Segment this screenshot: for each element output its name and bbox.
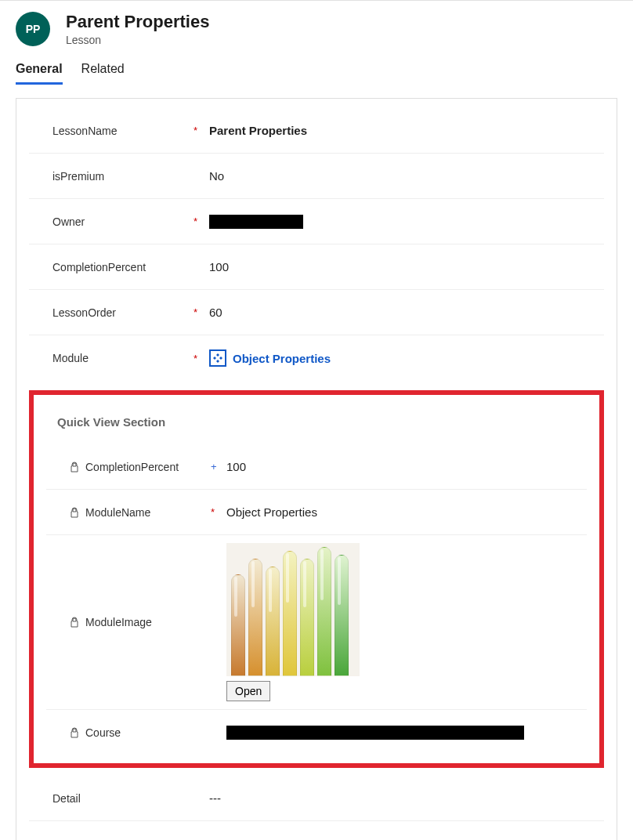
- required-mark: *: [194, 353, 209, 364]
- lock-icon: [70, 727, 79, 738]
- field-value: Object Properties: [209, 349, 581, 367]
- field-value: Open: [226, 535, 563, 709]
- lock-icon: [70, 462, 79, 472]
- open-image-button[interactable]: Open: [226, 681, 270, 701]
- required-mark: *: [194, 125, 209, 136]
- qv-module-name: ModuleName * Object Properties: [46, 490, 587, 535]
- field-value: ---: [209, 791, 581, 805]
- field-label: Detail: [52, 792, 194, 805]
- field-value: No: [209, 169, 581, 183]
- field-label: LessonName: [52, 125, 194, 137]
- field-label: CompletionPercent: [52, 261, 194, 273]
- form-panel: LessonName * Parent Properties isPremium…: [16, 98, 617, 840]
- redacted-value: [209, 215, 303, 229]
- field-value: 100: [209, 260, 581, 273]
- module-link-text: Object Properties: [233, 352, 331, 365]
- field-value: [226, 726, 563, 740]
- field-value: [209, 215, 581, 229]
- lock-icon: [70, 617, 79, 628]
- qv-completion-percent: CompletionPercent + 100: [46, 444, 587, 490]
- lock-icon: [70, 507, 79, 518]
- page-title: Parent Properties: [66, 12, 209, 32]
- quick-view-title: Quick View Section: [34, 403, 599, 444]
- required-mark: *: [194, 306, 209, 318]
- field-label: LessonOrder: [52, 306, 194, 319]
- required-mark: *: [211, 506, 226, 518]
- field-module[interactable]: Module * Object Properties: [29, 335, 604, 381]
- redacted-value: [226, 726, 524, 740]
- field-value: 100: [226, 460, 563, 473]
- field-url-resource[interactable]: URLResource ---: [29, 821, 604, 840]
- field-label: Owner: [52, 215, 194, 228]
- field-label: ModuleName: [70, 506, 211, 519]
- qv-course: Course: [46, 710, 587, 755]
- entity-type: Lesson: [66, 34, 209, 46]
- tab-related[interactable]: Related: [81, 62, 125, 85]
- field-value: ---: [209, 838, 581, 841]
- field-label: Module: [52, 352, 194, 364]
- field-is-premium[interactable]: isPremium No: [29, 154, 604, 199]
- tab-general[interactable]: General: [16, 62, 63, 85]
- field-value: Object Properties: [226, 505, 563, 519]
- field-label: isPremium: [52, 170, 194, 183]
- field-lesson-order[interactable]: LessonOrder * 60: [29, 290, 604, 335]
- module-lookup-link[interactable]: Object Properties: [209, 349, 331, 367]
- recommended-mark: +: [211, 461, 226, 472]
- quick-view-highlight: Quick View Section CompletionPercent + 1…: [29, 390, 604, 768]
- field-lesson-name[interactable]: LessonName * Parent Properties: [29, 108, 604, 154]
- avatar: PP: [16, 12, 50, 46]
- field-value: 60: [209, 306, 581, 319]
- field-completion-percent[interactable]: CompletionPercent 100: [29, 244, 604, 290]
- qv-module-image: ModuleImage Open: [46, 535, 587, 710]
- field-label: ModuleImage: [70, 616, 211, 628]
- tab-bar: General Related: [0, 52, 633, 85]
- field-label: Course: [70, 726, 211, 739]
- field-owner[interactable]: Owner *: [29, 199, 604, 244]
- module-image-thumb[interactable]: [226, 543, 360, 676]
- field-label: CompletionPercent: [70, 461, 211, 473]
- field-value: Parent Properties: [209, 124, 581, 137]
- field-detail[interactable]: Detail ---: [29, 776, 604, 821]
- required-mark: *: [194, 215, 209, 227]
- entity-icon: [209, 349, 226, 367]
